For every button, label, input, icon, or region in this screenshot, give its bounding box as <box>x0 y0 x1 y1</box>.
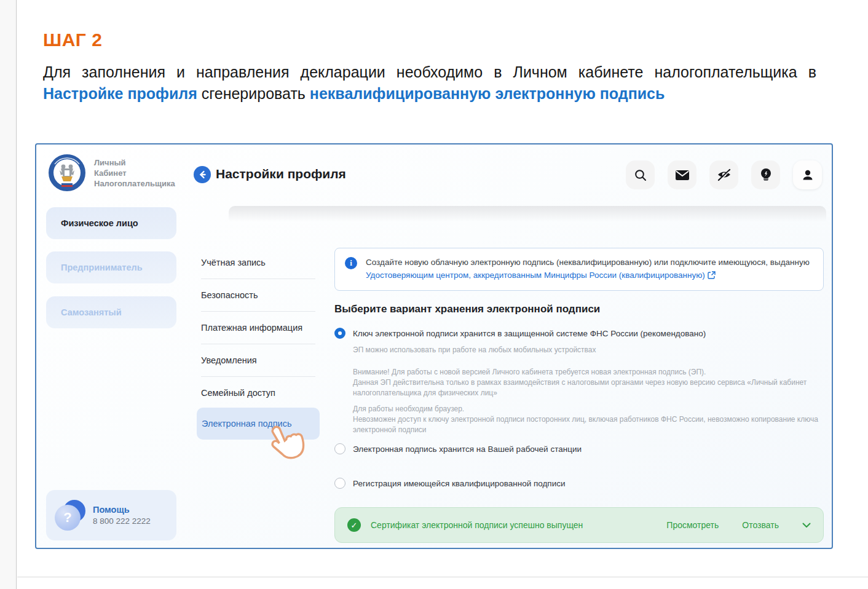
mail-icon <box>675 169 690 181</box>
user-icon <box>801 168 815 182</box>
tab-self-employed[interactable]: Самозанятый <box>46 296 176 328</box>
storage-option-qualified[interactable]: Регистрация имеющейся квалифицированной … <box>334 478 566 489</box>
embedded-screenshot: Личный Кабинет Налогоплательщика Настрой… <box>35 143 833 549</box>
step-heading: ШАГ 2 <box>43 30 102 50</box>
accessibility-eye-icon <box>716 168 732 182</box>
success-message: Сертификат электронной подписи успешно в… <box>371 520 583 530</box>
tab-individual[interactable]: Физическое лицо <box>46 207 176 239</box>
option1-note: ЭП можно использовать при работе на любы… <box>353 346 596 354</box>
storage-section-title: Выберите вариант хранения электронной по… <box>334 303 600 315</box>
page-title: Настройки профиля <box>216 167 346 181</box>
help-phone: 8 800 222 2222 <box>93 516 151 526</box>
fns-emblem-icon <box>49 154 85 191</box>
profile-button[interactable] <box>793 160 822 189</box>
menu-item-notifications[interactable]: Уведомления <box>201 344 315 376</box>
intro-paragraph: Для заполнения и направления декларации … <box>43 61 816 105</box>
radio-selected-icon[interactable] <box>334 328 345 339</box>
info-banner: i Создайте новую облачную электронную по… <box>334 248 824 291</box>
storage-option-fns[interactable]: Ключ электронной подписи хранится в защи… <box>334 328 706 339</box>
tab-entrepreneur[interactable]: Предприниматель <box>46 251 176 283</box>
revoke-certificate-link[interactable]: Отозвать <box>742 520 779 530</box>
viewer-left-gutter <box>0 0 17 589</box>
chevron-down-icon[interactable] <box>802 523 811 528</box>
help-card[interactable]: ? Помощь 8 800 222 2222 <box>46 490 176 540</box>
certificate-success-banner: ✓ Сертификат электронной подписи успешно… <box>334 507 824 543</box>
themes-button[interactable] <box>751 160 780 189</box>
intro-highlight-profile-settings: Настройке профиля <box>43 85 197 102</box>
messages-button[interactable] <box>668 160 696 189</box>
certification-center-link[interactable]: Удостоверяющим центром, аккредитованным … <box>366 271 705 280</box>
search-icon <box>634 168 647 182</box>
next-page-divider <box>17 577 868 577</box>
fns-logo: Личный Кабинет Налогоплательщика <box>49 154 175 191</box>
menu-item-family-access[interactable]: Семейный доступ <box>201 376 315 409</box>
intro-text-2: сгенерировать <box>197 85 310 102</box>
page: ШАГ 2 Для заполнения и направления декла… <box>0 0 868 589</box>
check-circle-icon: ✓ <box>347 518 361 532</box>
info-icon: i <box>345 257 357 269</box>
intro-text-1: Для заполнения и направления декларации … <box>43 63 816 81</box>
menu-item-security[interactable]: Безопасность <box>201 279 315 311</box>
radio-unselected-icon[interactable] <box>334 443 345 454</box>
info-banner-text: Создайте новую облачную электронную подп… <box>366 256 813 283</box>
radio-unselected-icon[interactable] <box>334 478 345 489</box>
external-link-icon <box>708 270 716 283</box>
help-title: Помощь <box>93 505 151 515</box>
menu-item-account[interactable]: Учётная запись <box>201 246 315 279</box>
logo-caption: Личный Кабинет Налогоплательщика <box>94 157 175 189</box>
app-header: Личный Кабинет Налогоплательщика Настрой… <box>36 144 832 206</box>
header-icon-buttons <box>626 160 822 189</box>
menu-item-payment-info[interactable]: Платежная информация <box>201 311 315 344</box>
option1-warning: Внимание! Для работы с новой версией Лич… <box>353 367 826 398</box>
search-button[interactable] <box>626 160 655 189</box>
question-icon: ? <box>55 500 85 531</box>
option1-requirements: Для работы необходим браузер. Невозможен… <box>353 404 826 435</box>
intro-highlight-signature: неквалифицированную электронную подпись <box>310 85 665 102</box>
header-shadow <box>229 206 826 224</box>
menu-item-electronic-signature[interactable]: Электронная подпись <box>197 408 320 440</box>
lamp-icon <box>760 168 772 183</box>
accessibility-button[interactable] <box>709 160 738 189</box>
view-certificate-link[interactable]: Просмотреть <box>666 520 719 530</box>
back-button[interactable] <box>194 166 211 183</box>
arrow-left-icon <box>197 170 207 180</box>
storage-option-workstation[interactable]: Электронная подпись хранится на Вашей ра… <box>334 443 582 454</box>
